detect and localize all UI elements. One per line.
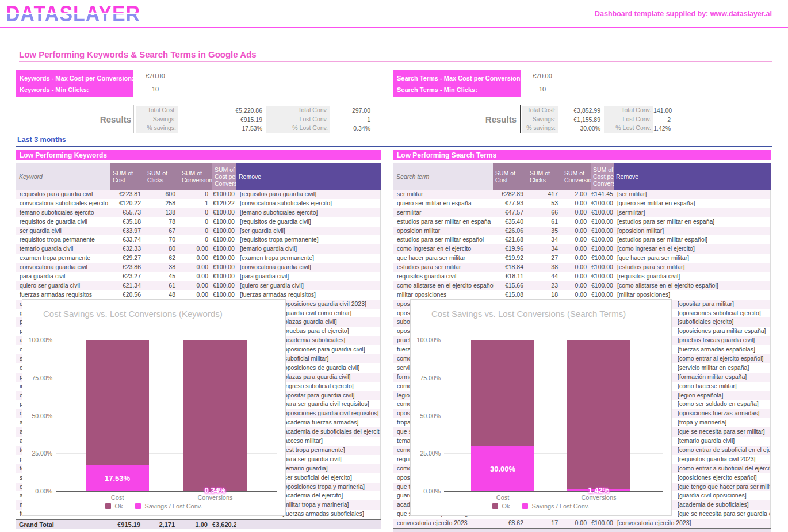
filter-value-max-cpc[interactable]: €70.00 — [525, 70, 560, 83]
grand-total-cost: €915.19 — [110, 520, 145, 529]
remove-link[interactable]: [requisitos de guardia civil] — [237, 217, 380, 227]
column-header-cost-per-conversion[interactable]: SUM of Cost per Conversion — [212, 163, 236, 190]
remove-link[interactable]: [que hacer para ser militar] — [614, 254, 770, 263]
table-row: examen tropa permanente€29.27620.00€100.… — [16, 254, 380, 263]
filter-value-min-clicks[interactable]: 10 — [525, 83, 560, 97]
cost-cell: €18.84 — [494, 263, 528, 272]
remove-link[interactable]: [quiero ser militar en españa] — [614, 199, 770, 208]
y-axis-tick-label: 0.00% — [22, 488, 52, 495]
remove-link[interactable]: [temario guardia civil] — [237, 244, 380, 254]
remove-link[interactable]: [quiero ser guardia civil] — [237, 281, 380, 290]
column-header-conversions[interactable]: SUM of Conversions — [562, 163, 591, 190]
cost-per-conversion-cell: €100.00 — [591, 263, 614, 272]
table-row: ser militar€282.894172.00€141.45[ser mil… — [393, 190, 770, 199]
legend-swatch-icon — [105, 503, 111, 509]
remove-link[interactable]: [ser guardia civil] — [237, 227, 380, 236]
term-cell: quiero ser militar en españa — [393, 199, 494, 208]
term-cell: que hacer para ser militar — [393, 254, 494, 263]
remove-link[interactable]: [convocatoria guardia civil] — [237, 263, 380, 272]
x-axis-category-label: Conversions — [567, 494, 630, 501]
cost-cell: €47.57 — [494, 208, 528, 217]
conversions-cell: 0 — [180, 208, 213, 217]
stat-label: Lost Conv. — [604, 115, 653, 124]
remove-link[interactable]: [fuerzas armadas requisitos] — [237, 290, 380, 300]
cost-cell: €21.34 — [111, 281, 146, 290]
search-terms-table-header: Search term SUM of Cost SUM of Clicks SU… — [393, 163, 771, 190]
remove-link[interactable]: [requisitos guardia civil] — [614, 272, 770, 281]
clicks-cell: 23 — [528, 281, 563, 290]
stat-value: 297.00 — [330, 107, 374, 114]
supplied-by-link[interactable]: Dashboard template supplied by: www.data… — [595, 10, 772, 18]
remove-link[interactable]: [oposicion militar] — [614, 227, 770, 236]
cost-cell: €282.89 — [494, 190, 528, 199]
table-row: como ingresar en el ejercito€19.96340.00… — [393, 244, 770, 254]
stat-label: % savings: — [136, 124, 178, 133]
remove-link[interactable]: [estudios para ser militar español] — [614, 235, 770, 244]
remove-link[interactable]: [requisitos para guardia civil] — [237, 190, 380, 199]
column-header-conversions[interactable]: SUM of Conversions — [179, 163, 212, 190]
remove-link[interactable]: [examen tropa permanente] — [237, 254, 380, 263]
column-header-cost[interactable]: SUM of Cost — [493, 163, 527, 190]
remove-link[interactable]: [militar oposiciones] — [614, 290, 770, 300]
term-cell: estudios para ser militar español — [393, 235, 494, 244]
conversions-cell: 0.00 — [563, 199, 591, 208]
conversions-cell: 0.00 — [180, 272, 213, 281]
conversions-cell: 0 — [180, 227, 213, 236]
search-terms-table-title: Low Performing Search Terms — [393, 150, 771, 160]
remove-link[interactable]: [convocatoria suboficiales ejercito] — [237, 199, 380, 208]
cost-per-conversion-cell: €100.00 — [591, 208, 614, 217]
column-header-clicks[interactable]: SUM of Clicks — [527, 163, 562, 190]
cost-per-conversion-cell: €100.00 — [213, 208, 237, 217]
clicks-cell: 600 — [146, 190, 180, 199]
table-row: requisitos para guardia civil€223.816000… — [16, 190, 380, 199]
remove-link[interactable]: [temario suboficiales ejercito] — [237, 208, 380, 217]
column-header-clicks[interactable]: SUM of Clicks — [145, 163, 179, 190]
cost-per-conversion-cell: €100.00 — [213, 281, 237, 290]
remove-link[interactable]: [sermilitar] — [614, 208, 770, 217]
remove-link[interactable]: [como ingresar en el ejercito] — [614, 244, 770, 254]
filter-label-max-cpc: Keywords - Max Cost per Conversion: — [20, 73, 133, 85]
term-cell: convocatoria ejercito 2023 — [393, 519, 494, 528]
filter-value-max-cpc[interactable]: €70.00 — [138, 70, 173, 83]
stat-value: 17.53% — [178, 125, 266, 132]
remove-link[interactable]: [estudios para ser militar] — [614, 263, 770, 272]
cost-per-conversion-cell: €100.00 — [213, 227, 237, 236]
clicks-cell: 38 — [146, 263, 180, 272]
column-header-cost-per-conversion[interactable]: SUM of Cost per Conversion — [591, 163, 614, 190]
conversions-cell: 0.00 — [563, 244, 591, 254]
column-header-remove[interactable]: Remove — [614, 163, 771, 190]
cost-per-conversion-cell: €100.00 — [591, 254, 614, 263]
column-header-keyword[interactable]: Keyword — [16, 163, 110, 190]
remove-link[interactable]: [convocatoria ejercito 2023] — [614, 519, 770, 528]
results-label: Results — [447, 114, 517, 124]
date-range-label[interactable]: Last 3 months — [17, 136, 66, 144]
table-row: fuerzas armadas requisitos€20.56480.00€1… — [16, 290, 380, 300]
remove-link[interactable]: [requisitos tropa permanente] — [237, 235, 380, 244]
search-terms-results-grid: Total Cost: €3,852.99 Total Conv. 141.00… — [522, 106, 674, 133]
cost-cell: €15.08 — [494, 290, 528, 300]
legend-item: Ok — [492, 503, 510, 510]
filter-label-min-clicks: Search Terms - Min Clicks: — [397, 85, 521, 96]
keywords-grand-total-row: Grand Total €915.19 2,171 1.00 €3,620.22 — [16, 519, 381, 529]
remove-link[interactable]: [para guardia civil] — [237, 272, 380, 281]
segment-value-label: 30.00% — [471, 465, 534, 473]
table-row: convocatoria suboficiales ejercito€120.2… — [16, 199, 380, 208]
table-row: estudios para ser militar español€21.683… — [393, 235, 770, 244]
remove-link[interactable]: [ser militar] — [614, 190, 770, 199]
conversions-cell: 0.00 — [563, 272, 591, 281]
column-header-remove[interactable]: Remove — [236, 163, 381, 190]
table-row: estudios para ser militar en españa€35.4… — [393, 217, 770, 227]
filter-value-min-clicks[interactable]: 10 — [138, 83, 173, 97]
column-header-cost[interactable]: SUM of Cost — [110, 163, 145, 190]
table-row: requisitos tropa permanente€33.74700€100… — [16, 235, 380, 244]
term-cell: quiero ser guardia civil — [16, 281, 111, 290]
stat-label: Total Cost: — [522, 106, 558, 115]
column-header-search-term[interactable]: Search term — [393, 163, 493, 190]
clicks-cell: 80 — [146, 244, 180, 254]
cost-cell: €55.73 — [111, 208, 146, 217]
remove-link[interactable]: [estudios para ser militar en españa] — [614, 217, 770, 227]
conversions-cell: 0.00 — [180, 254, 213, 263]
remove-link[interactable]: [como alistarse en el ejercito español] — [614, 281, 770, 290]
stat-label: Savings: — [136, 115, 178, 124]
legend-label: Ok — [114, 503, 123, 510]
